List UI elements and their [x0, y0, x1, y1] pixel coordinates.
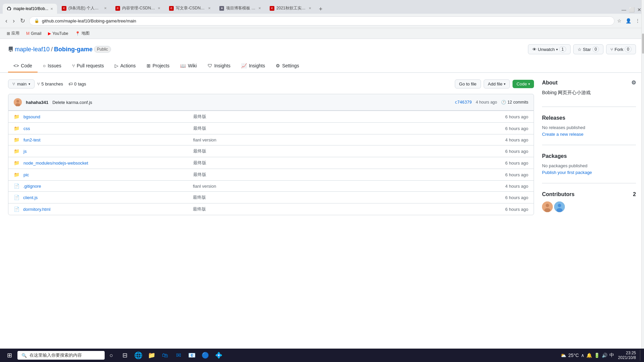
star-button[interactable]: ☆ Star 0 — [573, 44, 604, 54]
repo-actions: 👁 Unwatch ▾ 1 ☆ Star 0 ⑂ Fork 0 — [528, 44, 636, 54]
repo-sidebar: About ⚙ Bobing 网页开心小游戏 Releases No relea… — [542, 79, 636, 228]
table-row: 📄 .gitignore fianl version 4 hours ago — [8, 181, 534, 192]
file-name[interactable]: pic — [23, 172, 189, 177]
tab-5-close[interactable]: ✕ — [258, 6, 261, 10]
nav-issues-label: Issues — [48, 63, 61, 68]
tab-5[interactable]: ★ 项目博客模板 - 0x... ✕ — [215, 3, 265, 14]
tab-2[interactable]: C (9条消息) 个人资料... ✕ — [58, 3, 111, 14]
address-bar[interactable]: 🔒 github.com/maple-leaf10/Bobing-game/tr… — [29, 16, 614, 25]
contributor-avatar-2[interactable] — [554, 201, 565, 212]
nav-settings[interactable]: ⚙ Settings — [270, 60, 305, 72]
unwatch-chevron-icon: ▾ — [556, 48, 558, 51]
file-name[interactable]: bgsound — [23, 114, 189, 119]
code-nav-icon: <> — [13, 63, 19, 68]
nav-wiki[interactable]: 📖 Wiki — [175, 60, 202, 72]
settings-nav-icon: ⚙ — [276, 63, 280, 68]
bookmark-maps[interactable]: 📍 地图 — [72, 29, 92, 37]
code-btn-chevron-icon: ▾ — [528, 82, 530, 86]
unwatch-button[interactable]: 👁 Unwatch ▾ 1 — [528, 44, 571, 54]
actions-nav-icon: ▷ — [115, 63, 118, 68]
reload-button[interactable]: ↻ — [19, 16, 26, 26]
bookmark-youtube[interactable]: ▶ YouTube — [45, 30, 71, 37]
tab-4[interactable]: C 写文章-CSDN博客 ✕ — [165, 3, 215, 14]
apps-icon: ⊞ — [7, 31, 10, 36]
eye-icon: 👁 — [532, 47, 537, 52]
scrollbar-thumb[interactable] — [642, 34, 644, 54]
about-title-row: About ⚙ — [542, 79, 636, 86]
file-name[interactable]: .gitignore — [23, 184, 189, 189]
file-name[interactable]: dormitory.html — [23, 207, 189, 212]
nav-pulls[interactable]: ⑂ Pull requests — [67, 60, 109, 72]
table-row: 📁 pic 最终版 6 hours ago — [8, 169, 534, 181]
file-name[interactable]: css — [23, 126, 189, 131]
contributors-count: 2 — [633, 191, 636, 197]
nav-issues[interactable]: ○ Issues — [38, 60, 67, 72]
back-button[interactable]: ‹ — [4, 16, 9, 26]
tab-3-close[interactable]: ✕ — [158, 6, 160, 10]
tab-bar: maple-leaf10/Bob... ✕ C (9条消息) 个人资料... ✕… — [0, 0, 644, 14]
file-name[interactable]: fun2-test — [23, 137, 189, 142]
repo-header: maple-leaf10 / Bobing-game Public 👁 Unwa… — [0, 39, 644, 73]
packages-no-text: No packages published — [542, 163, 636, 168]
contributor-avatar-1[interactable] — [542, 201, 553, 212]
tags-link[interactable]: 🏷 0 tags — [68, 81, 86, 86]
tab-1-close[interactable]: ✕ — [50, 7, 53, 11]
table-row: 📁 bgsound 最终版 6 hours ago — [8, 111, 534, 123]
nav-projects[interactable]: ⊞ Projects — [141, 60, 175, 72]
profile-icon[interactable]: 👤 — [626, 18, 631, 23]
youtube-icon: ▶ — [48, 31, 51, 36]
nav-actions[interactable]: ▷ Actions — [109, 60, 141, 72]
tab-1[interactable]: maple-leaf10/Bob... ✕ — [3, 4, 57, 14]
tab-6[interactable]: C 2021秋软工实践... ✕ — [266, 3, 315, 14]
about-gear-icon[interactable]: ⚙ — [631, 79, 636, 86]
about-section: About ⚙ Bobing 网页开心小游戏 — [542, 79, 636, 107]
repo-name-link[interactable]: Bobing-game — [54, 46, 93, 53]
tab-6-close[interactable]: ✕ — [309, 6, 311, 10]
tab-3-favicon: C — [115, 6, 120, 11]
folder-icon: 📁 — [14, 114, 19, 119]
repo-main: ⑂ main ▾ ⑂ 5 branches 🏷 0 tags — [8, 79, 534, 228]
new-tab-button[interactable]: + — [316, 4, 325, 14]
file-time: 6 hours ago — [445, 149, 528, 154]
tab-3[interactable]: C 内容管理-CSDN博... ✕ — [111, 3, 164, 14]
bookmark-star-icon[interactable]: ☆ — [617, 18, 622, 23]
table-row: 📁 js 最终版 6 hours ago — [8, 145, 534, 157]
fork-button[interactable]: ⑂ Fork 0 — [606, 44, 636, 54]
file-name[interactable]: js — [23, 149, 189, 154]
branches-link[interactable]: ⑂ 5 branches — [37, 81, 63, 86]
minimize-button[interactable]: — — [622, 7, 626, 12]
file-name[interactable]: client.js — [23, 195, 189, 200]
menu-icon[interactable]: ⋮ — [635, 18, 640, 23]
file-time: 6 hours ago — [445, 207, 528, 212]
scrollbar[interactable] — [641, 0, 644, 240]
repo-owner-link[interactable]: maple-leaf10 — [15, 46, 50, 53]
add-file-button[interactable]: Add file ▾ — [484, 79, 510, 88]
file-time: 4 hours ago — [445, 184, 528, 189]
branch-selector[interactable]: ⑂ main ▾ — [8, 79, 35, 88]
go-to-file-button[interactable]: Go to file — [455, 79, 481, 88]
nav-security[interactable]: 🛡 Insights — [202, 60, 236, 72]
tab-2-close[interactable]: ✕ — [104, 6, 107, 10]
tab-5-favicon: ★ — [219, 6, 224, 11]
publish-package-link[interactable]: Publish your first package — [542, 170, 592, 175]
forward-button[interactable]: › — [11, 16, 16, 26]
close-window-button[interactable]: ✕ — [637, 7, 641, 12]
nav-code[interactable]: <> Code — [8, 60, 38, 72]
file-doc-icon: 📄 — [14, 195, 19, 200]
commit-author-name[interactable]: hahaha341 — [26, 100, 48, 105]
create-release-link[interactable]: Create a new release — [542, 132, 584, 137]
file-name[interactable]: node_modules/nodejs-websocket — [23, 161, 189, 166]
commits-link[interactable]: 🕐 12 commits — [501, 100, 528, 105]
code-button[interactable]: Code ▾ — [513, 80, 534, 88]
nav-insights[interactable]: 📈 Insights — [236, 60, 270, 72]
bookmark-gmail[interactable]: M Gmail — [23, 30, 44, 37]
repo-nav: <> Code ○ Issues ⑂ Pull requests ▷ Actio… — [8, 60, 636, 72]
maximize-button[interactable]: ⬜ — [629, 7, 635, 12]
tab-actions: — ⬜ ✕ — [622, 7, 641, 14]
branch-links: ⑂ 5 branches 🏷 0 tags — [37, 81, 86, 86]
branches-label: branches — [45, 81, 63, 86]
commit-hash[interactable]: c746379 — [455, 100, 472, 105]
folder-icon: 📁 — [14, 172, 19, 177]
bookmark-apps[interactable]: ⊞ 应用 — [4, 29, 22, 37]
tab-4-close[interactable]: ✕ — [208, 6, 211, 10]
